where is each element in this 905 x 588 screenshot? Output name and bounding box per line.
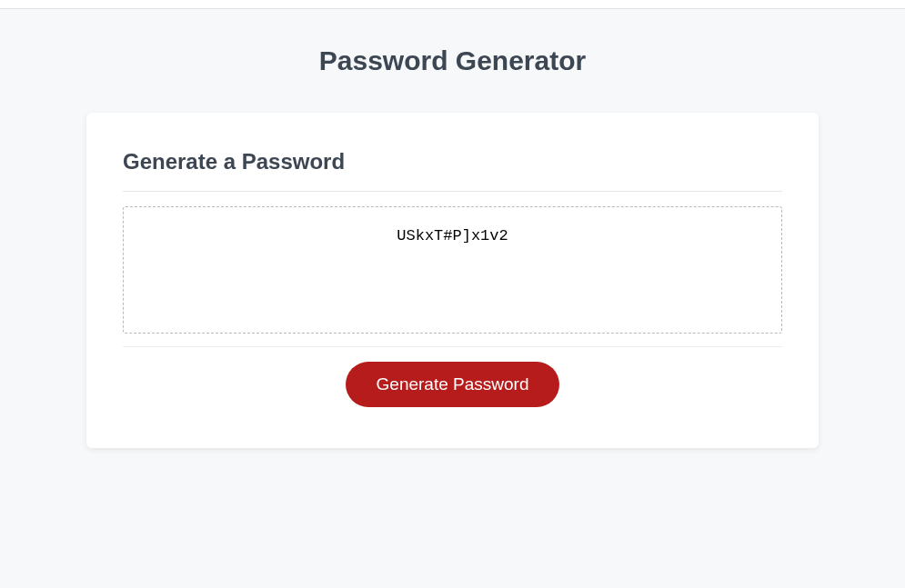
button-row: Generate Password — [123, 362, 782, 407]
top-divider — [0, 0, 905, 9]
password-output-text: USkxT#P]x1v2 — [397, 227, 508, 244]
generator-card: Generate a Password USkxT#P]x1v2 Generat… — [86, 113, 819, 448]
page-title: Password Generator — [86, 45, 819, 76]
generate-password-button[interactable]: Generate Password — [346, 362, 560, 407]
main-container: Password Generator Generate a Password U… — [0, 9, 905, 448]
card-heading: Generate a Password — [123, 149, 782, 192]
divider — [123, 346, 782, 347]
password-output-box: USkxT#P]x1v2 — [123, 206, 782, 334]
